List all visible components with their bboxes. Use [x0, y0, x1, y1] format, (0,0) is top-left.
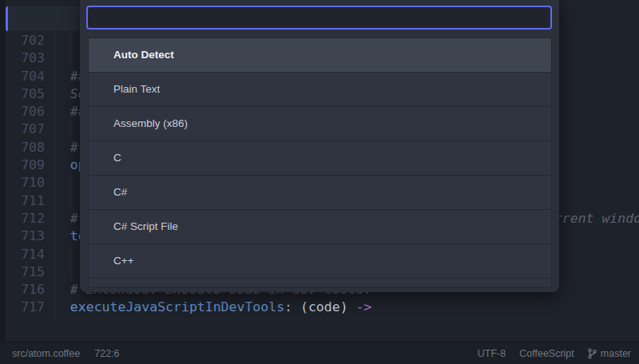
partial-input-left-edge[interactable]: [6, 6, 83, 31]
line-number: 707: [6, 121, 45, 138]
git-branch-icon: [588, 348, 597, 359]
grammar-list-item-assembly-x86[interactable]: Assembly (x86): [89, 107, 551, 141]
line-number: 716: [6, 281, 45, 299]
line-number: 717: [6, 299, 45, 316]
line-number: 713: [6, 228, 45, 245]
line-number: 703: [6, 49, 45, 67]
code-line: 717 executeJavaScriptInDevTools: (code) …: [6, 299, 639, 316]
git-branch-name: master: [601, 348, 631, 359]
line-number: 704: [6, 68, 45, 85]
atom-editor-window: 702 703 704 ### 705 Section: Managing th…: [0, 0, 639, 364]
grammar-list-item-csharp[interactable]: C#: [89, 176, 551, 210]
line-number: 714: [6, 246, 45, 263]
line-number: 702: [6, 32, 45, 49]
line-number: 710: [6, 174, 45, 192]
file-path: src/atom.coffee: [12, 348, 80, 359]
code-parameter: (code): [300, 299, 356, 315]
grammar-indicator[interactable]: CoffeeScript: [519, 348, 574, 359]
code-arrow: ->: [356, 299, 372, 315]
grammar-list-item-auto-detect[interactable]: Auto Detect: [89, 38, 551, 73]
grammar-list-item-partial[interactable]: [89, 279, 551, 287]
grammar-list-item-csharp-script-file[interactable]: C# Script File: [89, 210, 551, 244]
code-function: executeJavaScriptInDevTools: [54, 299, 284, 315]
line-number: 705: [6, 85, 45, 103]
grammar-list-item-c[interactable]: C: [89, 141, 551, 176]
git-branch-indicator: master: [588, 348, 631, 359]
grammar-list-item-cpp[interactable]: C++: [89, 244, 551, 279]
status-bar-right: UTF-8 CoffeeScript master: [478, 348, 631, 359]
grammar-search-input[interactable]: [86, 6, 552, 30]
code-text: executeJavaScriptInDevTools: (code) ->: [54, 299, 639, 316]
grammar-selector-modal: Auto Detect Plain Text Assembly (x86) C …: [80, 0, 559, 292]
encoding-indicator[interactable]: UTF-8: [478, 348, 506, 359]
status-bar-left: src/atom.coffee 722:6: [12, 348, 120, 359]
line-number: 709: [6, 156, 45, 174]
line-number: 712: [6, 210, 45, 228]
cursor-position[interactable]: 722:6: [94, 348, 119, 359]
line-number: 711: [6, 192, 45, 210]
line-number: 708: [6, 139, 45, 156]
left-edge-strip: [0, 0, 6, 342]
grammar-list: Auto Detect Plain Text Assembly (x86) C …: [88, 38, 552, 287]
line-number: 706: [6, 103, 45, 121]
line-number: 715: [6, 263, 45, 281]
code-punctuation: :: [284, 299, 300, 315]
grammar-list-item-plain-text[interactable]: Plain Text: [89, 73, 551, 107]
status-bar: src/atom.coffee 722:6 UTF-8 CoffeeScript…: [0, 342, 639, 364]
